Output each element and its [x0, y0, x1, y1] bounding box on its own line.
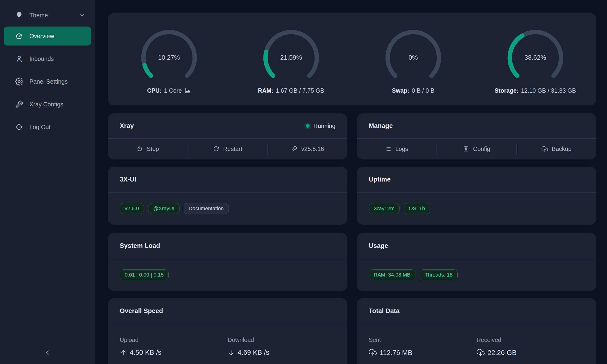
- cloud-upload-icon: [369, 349, 377, 357]
- version-tag[interactable]: v2.6.0: [120, 203, 144, 214]
- manage-card-title: Manage: [369, 122, 393, 130]
- manage-card: Manage Logs: [357, 113, 596, 159]
- gear-icon: [15, 78, 23, 86]
- xui-card-title: 3X-UI: [120, 176, 136, 183]
- ram-gauge-label: RAM:1.67 GB / 7.75 GB: [258, 87, 324, 94]
- sidebar-item-label: Log Out: [29, 124, 51, 130]
- sidebar-item-label: Theme: [29, 12, 48, 19]
- storage-gauge-label: Storage:12.10 GB / 31.33 GB: [495, 87, 576, 94]
- chevron-down-icon: [79, 12, 85, 18]
- sidebar-item-log-out[interactable]: Log Out: [4, 117, 91, 136]
- cpu-gauge-value: 10.27%: [135, 29, 203, 87]
- xray-uptime-tag: Xray: 2m: [369, 203, 399, 214]
- threads-tag: Threads: 18: [420, 270, 457, 280]
- xray-card: Xray Running Stop: [108, 113, 347, 159]
- sidebar-item-inbounds[interactable]: Inbounds: [4, 49, 91, 68]
- usage-card: Usage RAM: 34.08 MB Threads: 18: [357, 233, 596, 291]
- backup-button[interactable]: Backup: [517, 139, 596, 159]
- xui-card: 3X-UI v2.6.0 @XrayUI Documentation: [108, 167, 347, 225]
- sliders-icon: [463, 146, 469, 152]
- chevron-left-icon: [44, 349, 51, 356]
- received-label: Received: [476, 337, 584, 343]
- sent-stat: Sent 112.76 MB: [369, 337, 476, 357]
- arrow-down-icon: [228, 349, 235, 356]
- swap-gauge-label: Swap:0 B / 0 B: [392, 87, 435, 94]
- cloud-backup-icon: [541, 146, 548, 152]
- list-icon: [385, 146, 392, 152]
- lightbulb-icon: [15, 11, 23, 19]
- area-chart-icon[interactable]: [184, 87, 191, 94]
- sidebar: Theme Overview Inbounds: [0, 0, 95, 364]
- sidebar-item-xray-configs[interactable]: Xray Configs: [4, 95, 91, 114]
- xrayui-tag[interactable]: @XrayUI: [148, 203, 180, 214]
- storage-gauge-value: 38.62%: [501, 29, 570, 87]
- cpu-gauge-label: CPU:1 Core: [147, 87, 191, 94]
- upload-label: Upload: [120, 337, 228, 343]
- sidebar-item-overview[interactable]: Overview: [4, 26, 91, 46]
- download-value: 4.69 KB /s: [228, 349, 335, 356]
- main-content: 10.27% CPU:1 Core 21.59%: [95, 0, 607, 364]
- config-button[interactable]: Config: [437, 139, 516, 159]
- xray-card-title: Xray: [120, 122, 134, 130]
- xray-restart-button[interactable]: Restart: [188, 139, 267, 159]
- received-value: 22.26 GB: [476, 349, 584, 357]
- ram-usage-tag: RAM: 34.08 MB: [369, 270, 415, 280]
- logs-button[interactable]: Logs: [357, 139, 436, 159]
- overall-speed-card-title: Overall Speed: [120, 307, 163, 315]
- load-average-tag: 0.01 | 0.09 | 0.15: [120, 270, 169, 280]
- sidebar-item-label: Panel Settings: [29, 78, 67, 85]
- power-icon: [137, 146, 143, 152]
- running-status-dot: [306, 124, 310, 128]
- storage-gauge: 38.62% Storage:12.10 GB / 31.33 GB: [474, 25, 596, 94]
- wrench-icon: [15, 100, 23, 108]
- xray-version-button[interactable]: v25.5.16: [268, 139, 347, 159]
- restart-icon: [213, 146, 219, 152]
- upload-value: 4.50 KB /s: [120, 349, 228, 356]
- sidebar-item-theme[interactable]: Theme: [4, 7, 91, 24]
- sidebar-collapse-button[interactable]: [40, 346, 54, 360]
- wrench-small-icon: [291, 146, 298, 152]
- user-icon: [15, 55, 23, 63]
- received-stat: Received 22.26 GB: [476, 337, 584, 357]
- uptime-card-title: Uptime: [369, 176, 391, 183]
- sidebar-item-panel-settings[interactable]: Panel Settings: [4, 72, 91, 91]
- speedometer-icon: [15, 32, 23, 40]
- uptime-card: Uptime Xray: 2m OS: 1h: [357, 167, 596, 225]
- total-data-card-title: Total Data: [369, 307, 400, 315]
- ram-gauge: 21.59% RAM:1.67 GB / 7.75 GB: [230, 25, 352, 94]
- upload-stat: Upload 4.50 KB /s: [120, 337, 228, 356]
- logout-icon: [15, 123, 23, 131]
- total-data-card: Total Data Sent 112.76 MB: [357, 298, 596, 364]
- download-stat: Download 4.69 KB /s: [228, 337, 335, 356]
- sidebar-item-label: Overview: [29, 33, 54, 39]
- system-load-card-title: System Load: [120, 242, 160, 249]
- sent-value: 112.76 MB: [369, 349, 476, 357]
- os-uptime-tag: OS: 1h: [404, 203, 430, 214]
- cloud-download-icon: [476, 349, 485, 357]
- download-label: Download: [228, 337, 335, 343]
- usage-card-title: Usage: [369, 242, 388, 249]
- sidebar-item-label: Inbounds: [29, 55, 54, 62]
- system-load-card: System Load 0.01 | 0.09 | 0.15: [108, 233, 347, 291]
- sent-label: Sent: [369, 337, 476, 343]
- arrow-up-icon: [120, 349, 127, 356]
- xray-status-badge: Running: [306, 122, 335, 130]
- xray-stop-button[interactable]: Stop: [108, 139, 187, 159]
- swap-gauge: 0% Swap:0 B / 0 B: [352, 25, 474, 94]
- overall-speed-card: Overall Speed Upload 4.50 KB /s: [108, 298, 347, 364]
- swap-gauge-value: 0%: [379, 29, 448, 87]
- system-gauges-card: 10.27% CPU:1 Core 21.59%: [108, 13, 596, 105]
- cpu-gauge: 10.27% CPU:1 Core: [108, 25, 230, 94]
- ram-gauge-value: 21.59%: [257, 29, 326, 87]
- documentation-tag[interactable]: Documentation: [184, 203, 229, 214]
- sidebar-item-label: Xray Configs: [29, 101, 63, 108]
